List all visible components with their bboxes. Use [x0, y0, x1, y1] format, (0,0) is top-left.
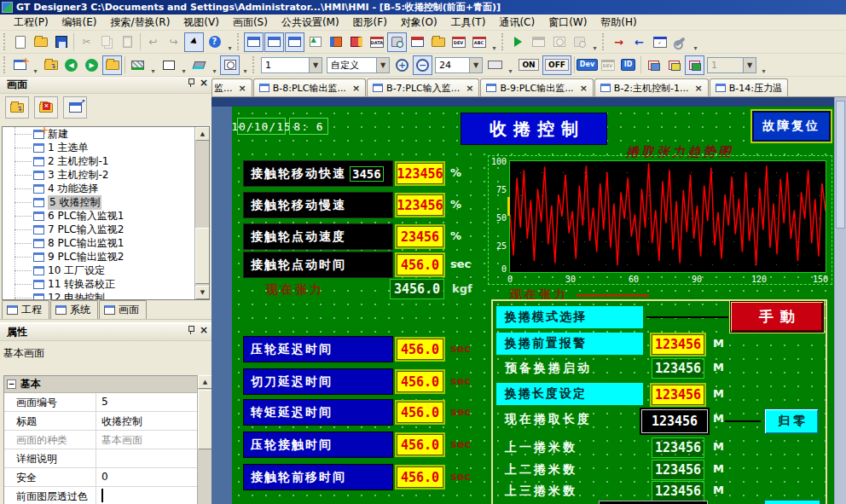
menu-common-settings[interactable]: 公共设置(M) [275, 14, 346, 31]
toolbar-overflow-chevron[interactable]: ▾ [490, 32, 499, 52]
device-list-icon[interactable]: DEV [449, 32, 468, 52]
value-jog-speed[interactable]: 23456 [397, 226, 443, 247]
tree-item-screen-1[interactable]: 1 主选单 [3, 141, 209, 154]
value-slow-speed[interactable]: 123456 [397, 194, 443, 216]
object-id-icon[interactable]: ID [618, 55, 638, 75]
value-torque-delay[interactable]: 456.0 [397, 402, 443, 423]
property-row-front-layer-color[interactable]: 前面图层透过色 [4, 487, 197, 504]
system-environment-icon[interactable] [305, 32, 325, 52]
menu-project[interactable]: 工程(P) [7, 14, 55, 31]
simulator-update-icon[interactable] [529, 32, 548, 52]
toolbar-grip[interactable] [237, 33, 241, 50]
data-browser-icon[interactable]: DATA [367, 32, 386, 52]
toolbar-grip[interactable] [3, 56, 8, 73]
toolbar-grip[interactable] [602, 33, 606, 50]
screen-property-button[interactable]: ↗ [63, 96, 87, 119]
toolbar-grip[interactable] [3, 33, 8, 50]
open-screen-icon[interactable]: ↴ [41, 55, 61, 75]
new-icon[interactable] [10, 32, 30, 52]
value-cutter-delay[interactable]: 456.0 [397, 371, 443, 392]
document-tab-b7[interactable]: B-7:PLC输入监...× [367, 78, 479, 96]
previous-screen-icon[interactable]: ◀ [61, 55, 81, 75]
select-cursor-icon[interactable] [184, 32, 204, 52]
simulator-stop-icon[interactable] [570, 32, 589, 52]
document-tab-b9[interactable]: B-9:PLC输出监...× [480, 78, 593, 96]
menu-search-replace[interactable]: 搜索/替换(R) [104, 14, 177, 31]
menu-screen[interactable]: 画面(S) [226, 14, 275, 31]
close-tab-icon[interactable]: × [695, 83, 703, 94]
tree-item-screen-11[interactable]: 11 转换器校正 [3, 277, 209, 291]
close-icon[interactable]: × [200, 78, 208, 87]
tree-item-screen-12[interactable]: 12 电热控制 [3, 291, 209, 300]
close-icon[interactable]: × [200, 326, 208, 334]
time-display[interactable]: 8: 6 [289, 118, 328, 135]
prewarn-label[interactable]: 换捲前置报警 [496, 333, 643, 355]
keyboard-dropdown[interactable]: ▾ [506, 55, 515, 75]
manual-mode-button[interactable]: 手動 [730, 301, 824, 333]
keyboard-icon[interactable] [485, 55, 505, 75]
hmi-screen-b5[interactable]: 10/10/15 8: 6 收捲控制 故障复位 捲取张力趋势图 接触轮移动快速3… [232, 107, 834, 504]
document-tab-b14[interactable]: B-14:压力温 [710, 78, 788, 96]
date-display[interactable]: 10/10/15 [237, 118, 286, 135]
device-display-icon[interactable]: Dev [577, 55, 597, 75]
title-bar[interactable]: GT Designer3 C:\Documents and Settings\A… [0, 0, 846, 14]
tree-item-screen-5-selected[interactable]: 5 收捲控制 [3, 195, 209, 209]
toolbar-overflow-chevron[interactable]: ▾ [759, 55, 768, 75]
close-tab-icon[interactable]: × [580, 83, 588, 94]
zero-reset-button[interactable]: 归零 [764, 408, 819, 434]
tab-project[interactable]: 工程 [2, 300, 49, 319]
value-fast-speed[interactable]: 123456 [397, 163, 443, 184]
open-project-icon[interactable] [428, 32, 448, 52]
next-screen-icon[interactable]: ▶ [82, 55, 101, 75]
simulator-start-icon[interactable] [508, 32, 528, 52]
zoom-out-icon[interactable]: − [413, 55, 432, 75]
zoom-mode-combo[interactable]: 自定义▼ [327, 57, 390, 73]
scroll-up-icon[interactable]: ▲ [195, 127, 210, 141]
tree-item-screen-9[interactable]: 9 PLC输出监视2 [3, 250, 209, 264]
close-tab-icon[interactable]: × [239, 83, 246, 94]
tree-item-screen-10[interactable]: 10 工厂设定 [3, 264, 209, 277]
window-screen-icon[interactable] [264, 32, 284, 52]
roll2-value[interactable]: 123456 [652, 460, 704, 480]
write-to-got-icon[interactable]: → [609, 32, 629, 52]
device-on-button[interactable]: ON [516, 55, 542, 75]
toolbar-overflow-chevron[interactable]: ▾ [590, 32, 600, 52]
tree-item-screen-7[interactable]: 7 PLC输入监视2 [3, 223, 209, 236]
property-row-screen-number[interactable]: 画面编号 5 [4, 393, 197, 412]
scroll-thumb[interactable] [836, 101, 845, 229]
paint-dropdown[interactable]: ▾ [210, 55, 219, 75]
scroll-down-icon[interactable]: ▼ [195, 286, 210, 299]
menu-tools[interactable]: 工具(T) [444, 14, 493, 31]
layer-combo[interactable]: 1▼ [707, 57, 756, 73]
new-screen-dropdown[interactable]: ▾ [31, 55, 40, 75]
document-tab-b8[interactable]: B-8:PLC输出监...× [253, 78, 366, 96]
close-tab-icon[interactable]: × [352, 83, 360, 94]
field-torque-delay[interactable]: 转矩延迟时间 [243, 399, 393, 426]
screen-image-icon[interactable] [244, 32, 264, 52]
current-tension-value[interactable]: 3456.0 [390, 279, 444, 299]
document-tab-b2[interactable]: B-2:主机控制-1...× [594, 78, 709, 96]
field-cutter-delay[interactable]: 切刀延迟时间 [243, 368, 393, 395]
document-tab-partial[interactable]: 监...× [212, 78, 252, 96]
partial-value-box[interactable] [599, 501, 708, 504]
screen-preview-icon[interactable] [220, 55, 240, 75]
tree-item-new[interactable]: 新建 [3, 127, 209, 141]
scroll-thumb[interactable] [195, 228, 210, 284]
menu-window[interactable]: 窗口(W) [542, 14, 594, 31]
verify-icon[interactable]: ✓ [650, 32, 669, 52]
layer-front-icon[interactable] [644, 55, 663, 75]
value-roller-contact[interactable]: 456.0 [397, 434, 443, 455]
pattern-fill-icon[interactable] [128, 55, 148, 75]
redo-icon[interactable]: ↪ [164, 32, 183, 52]
help-icon[interactable]: ? [205, 32, 224, 52]
tree-item-screen-8[interactable]: 8 PLC输出监视1 [3, 236, 209, 250]
field-roller-delay[interactable]: 压轮延迟时间 [243, 336, 393, 362]
pattern-dropdown[interactable]: ▾ [148, 55, 158, 75]
partial-button[interactable] [764, 500, 820, 504]
pin-icon[interactable] [188, 78, 194, 87]
menu-figure[interactable]: 图形(F) [346, 14, 394, 31]
roll3-value[interactable]: 123456 [652, 481, 704, 501]
undo-icon[interactable]: ↩ [143, 32, 163, 52]
read-from-got-icon[interactable]: ← [629, 32, 649, 52]
collapse-icon[interactable]: − [7, 379, 16, 389]
